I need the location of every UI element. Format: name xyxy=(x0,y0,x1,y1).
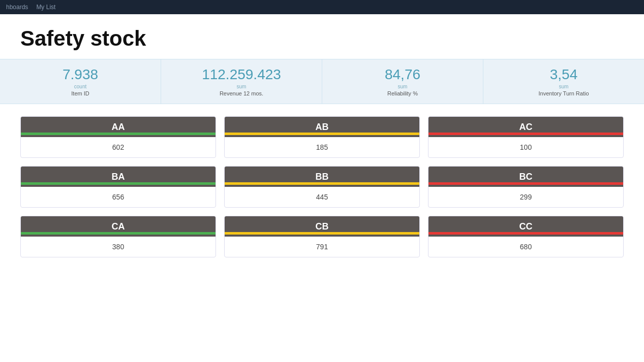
card-body-ab: 185 xyxy=(225,137,419,157)
card-header-ab: AB xyxy=(225,117,419,137)
card-label-aa: AA xyxy=(112,122,125,132)
card-cc[interactable]: CC 680 xyxy=(428,216,624,257)
card-value-cb: 791 xyxy=(316,243,328,251)
card-value-ca: 380 xyxy=(112,243,124,251)
card-aa[interactable]: AA 602 xyxy=(20,116,216,158)
card-header-ca: CA xyxy=(21,216,216,237)
kpi-agg-reliability: sum xyxy=(332,84,473,89)
card-body-cc: 680 xyxy=(428,237,623,257)
card-body-bb: 445 xyxy=(225,187,419,207)
card-bar-ac xyxy=(428,133,623,135)
card-header-aa: AA xyxy=(21,117,216,137)
card-bar-bc xyxy=(428,182,623,185)
card-ac[interactable]: AC 100 xyxy=(428,116,624,158)
card-label-cc: CC xyxy=(519,221,533,232)
card-bc[interactable]: BC 299 xyxy=(428,166,624,208)
card-value-bc: 299 xyxy=(520,193,532,201)
card-ca[interactable]: CA 380 xyxy=(20,216,216,257)
card-value-ab: 185 xyxy=(316,143,328,151)
kpi-value-item-id: 7.938 xyxy=(10,67,150,83)
card-value-bb: 445 xyxy=(316,193,328,201)
kpi-agg-item-id: count xyxy=(10,84,150,89)
kpi-label-reliability: Reliability % xyxy=(332,90,473,96)
card-value-ba: 656 xyxy=(112,193,124,201)
kpi-agg-revenue: sum xyxy=(171,84,312,89)
card-header-bc: BC xyxy=(428,167,623,187)
page-title: Safety stock xyxy=(20,26,624,51)
card-header-cb: CB xyxy=(225,216,419,237)
page-title-area: Safety stock xyxy=(0,14,644,59)
kpi-card-revenue: 112.259.423 sum Revenue 12 mos. xyxy=(161,59,322,104)
card-label-ca: CA xyxy=(112,221,125,232)
kpi-agg-inventory-turn: sum xyxy=(494,84,634,89)
card-bar-ca xyxy=(21,232,216,235)
card-bar-cb xyxy=(225,232,419,235)
kpi-value-inventory-turn: 3,54 xyxy=(494,67,634,83)
card-header-ba: BA xyxy=(21,167,216,187)
card-body-ca: 380 xyxy=(21,237,216,257)
card-label-ab: AB xyxy=(316,122,329,132)
card-value-aa: 602 xyxy=(112,143,124,151)
card-body-ac: 100 xyxy=(428,137,623,157)
kpi-card-item-id: 7.938 count Item ID xyxy=(0,59,161,104)
card-header-cc: CC xyxy=(428,216,623,237)
card-label-bc: BC xyxy=(519,172,533,182)
card-bar-cc xyxy=(428,232,623,235)
card-cb[interactable]: CB 791 xyxy=(224,216,420,257)
card-label-cb: CB xyxy=(316,221,329,232)
kpi-label-revenue: Revenue 12 mos. xyxy=(171,90,312,96)
card-label-ba: BA xyxy=(112,172,125,182)
kpi-card-inventory-turn: 3,54 sum Inventory Turn Ratio xyxy=(483,59,644,104)
card-label-ac: AC xyxy=(519,122,533,132)
card-ba[interactable]: BA 656 xyxy=(20,166,216,208)
card-bar-ba xyxy=(21,182,216,185)
kpi-card-reliability: 84,76 sum Reliability % xyxy=(322,59,483,104)
card-bar-ab xyxy=(225,133,419,135)
card-bar-bb xyxy=(225,182,419,185)
card-body-bc: 299 xyxy=(428,187,623,207)
kpi-strip: 7.938 count Item ID 112.259.423 sum Reve… xyxy=(0,59,644,104)
cards-grid: AA 602 AB 185 AC 100 BA 656 BB xyxy=(0,116,644,257)
card-header-bb: BB xyxy=(225,167,419,187)
kpi-label-inventory-turn: Inventory Turn Ratio xyxy=(494,90,634,96)
nav-item-mylist[interactable]: My List xyxy=(36,4,55,11)
kpi-value-revenue: 112.259.423 xyxy=(171,67,312,83)
card-body-cb: 791 xyxy=(225,237,419,257)
card-body-aa: 602 xyxy=(21,137,216,157)
kpi-label-item-id: Item ID xyxy=(10,90,150,96)
card-label-bb: BB xyxy=(316,172,329,182)
card-bar-aa xyxy=(21,133,216,135)
top-nav: hboards My List xyxy=(0,0,644,14)
kpi-value-reliability: 84,76 xyxy=(332,67,473,83)
card-header-ac: AC xyxy=(428,117,623,137)
card-body-ba: 656 xyxy=(21,187,216,207)
card-value-cc: 680 xyxy=(520,243,532,251)
nav-item-dashboards[interactable]: hboards xyxy=(6,4,28,11)
card-ab[interactable]: AB 185 xyxy=(224,116,420,158)
card-value-ac: 100 xyxy=(520,143,532,151)
card-bb[interactable]: BB 445 xyxy=(224,166,420,208)
